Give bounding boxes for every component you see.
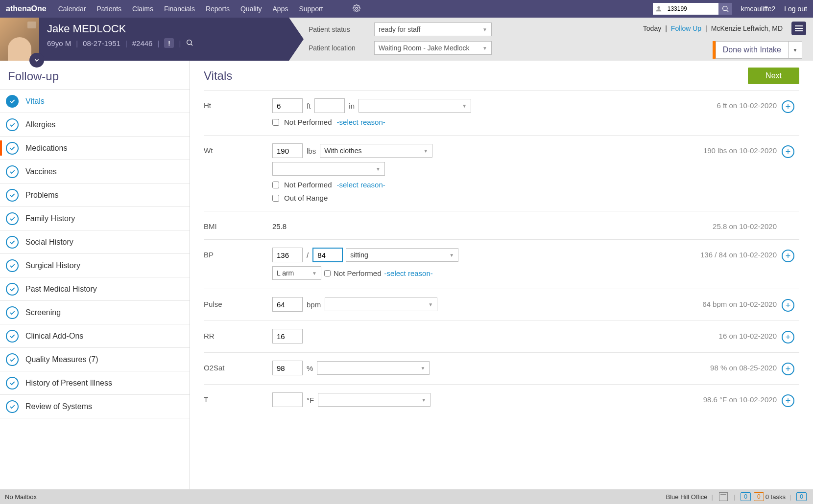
- bp-not-performed-checkbox[interactable]: [324, 270, 331, 276]
- select-reason-link[interactable]: -select reason-: [337, 181, 385, 189]
- vital-row-rr: RR 16 on 10-02-2020 +: [204, 321, 799, 352]
- ht-method-select[interactable]: ▼: [359, 99, 471, 113]
- menu-icon[interactable]: [791, 22, 806, 35]
- wt-extra-select[interactable]: ▼: [272, 162, 385, 176]
- wt-input[interactable]: [272, 143, 303, 158]
- bp-dia-input[interactable]: [312, 248, 343, 262]
- sidebar-item-review-of-systems[interactable]: Review of Systems: [0, 395, 190, 418]
- ht-not-performed-checkbox[interactable]: [272, 119, 279, 126]
- check-icon: [6, 142, 19, 155]
- bp-slash: /: [306, 251, 310, 259]
- t-input[interactable]: [272, 392, 303, 407]
- sidebar-item-past-medical-history[interactable]: Past Medical History: [0, 277, 190, 301]
- gear-icon[interactable]: [353, 4, 360, 14]
- chevron-down-icon[interactable]: [29, 53, 44, 68]
- add-icon[interactable]: +: [782, 250, 794, 262]
- bp-sys-input[interactable]: [272, 248, 303, 262]
- camera-icon[interactable]: [27, 22, 36, 28]
- patient-status-select[interactable]: ready for staff▼: [374, 23, 492, 36]
- o2sat-input[interactable]: [272, 361, 303, 375]
- sidebar-item-medications[interactable]: Medications: [0, 137, 190, 160]
- sidebar-item-allergies[interactable]: Allergies: [0, 113, 190, 137]
- vitals-list: Ht ft in ▼ Not Performed -select reason-: [204, 90, 799, 416]
- t-select[interactable]: ▼: [318, 393, 430, 407]
- wt-clothes-select[interactable]: With clothes▼: [320, 144, 432, 158]
- sidebar-item-problems[interactable]: Problems: [0, 183, 190, 207]
- nav-item-support[interactable]: Support: [299, 5, 323, 13]
- sidebar-item-screening[interactable]: Screening: [0, 301, 190, 324]
- context-followup-link[interactable]: Follow Up: [671, 24, 701, 32]
- nav-item-quality[interactable]: Quality: [240, 5, 262, 13]
- nav-item-financials[interactable]: Financials: [164, 5, 195, 13]
- check-icon: [6, 95, 19, 108]
- done-intake-button[interactable]: Done with Intake: [716, 41, 789, 59]
- pulse-input[interactable]: [272, 297, 303, 312]
- unit-label: lbs: [306, 147, 317, 155]
- bp-position-select[interactable]: sitting▼: [346, 248, 458, 262]
- alert-icon[interactable]: !: [164, 38, 174, 48]
- unit-label: bpm: [306, 300, 322, 309]
- check-icon: [6, 165, 19, 178]
- wt-not-performed-checkbox[interactable]: [272, 182, 279, 188]
- select-reason-link[interactable]: -select reason-: [384, 269, 433, 277]
- o2sat-select[interactable]: ▼: [317, 361, 430, 375]
- check-icon: [6, 212, 19, 225]
- add-icon[interactable]: +: [782, 145, 794, 158]
- ht-in-input[interactable]: [314, 98, 345, 113]
- sidebar-item-label: History of Present Illness: [25, 379, 112, 388]
- sidebar-item-family-history[interactable]: Family History: [0, 207, 190, 230]
- vital-label: RR: [204, 329, 267, 340]
- wt-out-of-range-checkbox[interactable]: [272, 195, 279, 202]
- sidebar-item-social-history[interactable]: Social History: [0, 230, 190, 254]
- sidebar-item-label: Social History: [25, 238, 73, 247]
- patient-search-input[interactable]: [665, 3, 718, 15]
- done-intake-dropdown[interactable]: ▼: [789, 41, 802, 59]
- vital-label: BP: [204, 248, 267, 259]
- check-icon: [6, 189, 19, 202]
- vital-previous: 64 bpm on 10-02-2020: [649, 297, 777, 308]
- unit-label: %: [306, 364, 314, 372]
- logout-link[interactable]: Log out: [784, 5, 807, 13]
- nav-item-patients[interactable]: Patients: [97, 5, 122, 13]
- next-button[interactable]: Next: [748, 68, 799, 84]
- sidebar-item-label: Problems: [25, 191, 59, 200]
- sidebar-item-history-of-present-illness[interactable]: History of Present Illness: [0, 371, 190, 395]
- search-icon[interactable]: [186, 39, 193, 48]
- add-icon[interactable]: +: [782, 100, 794, 113]
- sidebar-item-surgical-history[interactable]: Surgical History: [0, 254, 190, 277]
- vital-previous: 25.8 on 10-02-2020: [649, 219, 777, 230]
- nav-item-calendar[interactable]: Calendar: [58, 5, 86, 13]
- check-icon: [6, 259, 19, 272]
- add-icon[interactable]: +: [782, 331, 794, 344]
- vital-previous: 98.6 °F on 10-02-2020: [649, 392, 777, 404]
- user-menu[interactable]: kmcauliffe2: [741, 5, 776, 13]
- check-icon: [6, 306, 19, 319]
- add-icon[interactable]: +: [782, 363, 794, 375]
- add-icon[interactable]: +: [782, 394, 794, 407]
- vital-label: Wt: [204, 143, 267, 155]
- bp-arm-select[interactable]: L arm▼: [272, 266, 321, 280]
- person-icon: [653, 3, 665, 15]
- sidebar-item-vitals[interactable]: Vitals: [0, 90, 190, 113]
- patient-chart-id: #2446: [132, 39, 153, 47]
- check-icon: [6, 283, 19, 296]
- vital-row-t: T °F ▼ 98.6 °F on 10-02-2020 +: [204, 384, 799, 416]
- patient-location-select[interactable]: Waiting Room - Jake Medlock▼: [374, 41, 492, 55]
- rr-input[interactable]: [272, 329, 303, 344]
- ht-ft-input[interactable]: [272, 98, 303, 113]
- nav-item-apps[interactable]: Apps: [273, 5, 288, 13]
- nav-item-reports[interactable]: Reports: [206, 5, 230, 13]
- sidebar-item-clinical-add-ons[interactable]: Clinical Add-Ons: [0, 324, 190, 348]
- search-button[interactable]: [718, 3, 732, 15]
- sidebar-item-label: Vaccines: [25, 167, 57, 176]
- sidebar-item-vaccines[interactable]: Vaccines: [0, 160, 190, 183]
- nav-item-claims[interactable]: Claims: [132, 5, 153, 13]
- pulse-select[interactable]: ▼: [325, 298, 437, 311]
- unit-label: °F: [306, 396, 315, 404]
- not-performed-label: Not Performed: [334, 269, 382, 277]
- main-panel: Vitals Next Ht ft in ▼ Not Perf: [190, 61, 813, 489]
- add-icon[interactable]: +: [782, 299, 794, 312]
- sidebar-item-quality-measures-7-[interactable]: Quality Measures (7): [0, 348, 190, 371]
- context-today: Today: [643, 24, 661, 32]
- select-reason-link[interactable]: -select reason-: [337, 118, 385, 126]
